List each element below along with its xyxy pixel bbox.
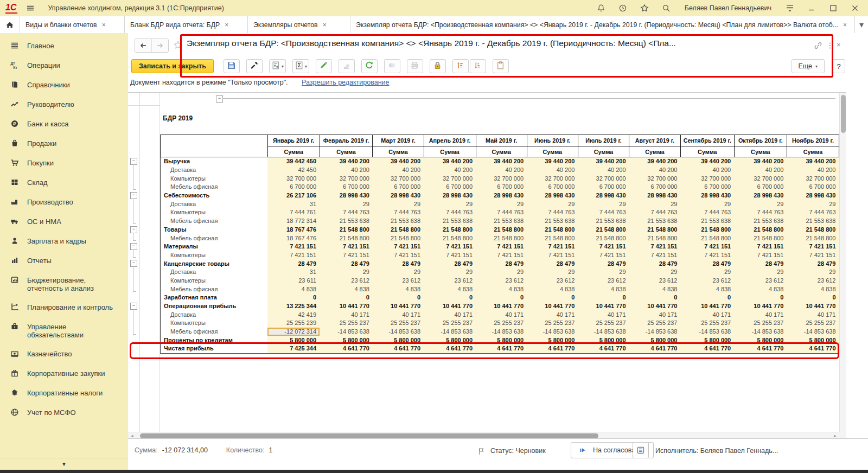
cell[interactable]: 29 [578, 268, 629, 277]
cell[interactable]: 0 [424, 293, 476, 302]
cell[interactable]: 25 255 237 [578, 319, 629, 328]
cell[interactable]: 25 255 237 [527, 319, 578, 328]
wrench-button[interactable] [246, 59, 263, 73]
cell[interactable]: 40 171 [787, 310, 839, 319]
cell[interactable]: 21 548 800 [629, 226, 681, 234]
cell[interactable]: 7 444 763 [629, 208, 681, 217]
cell[interactable]: 23 612 [787, 277, 839, 285]
sidebar-item-10[interactable]: ОС и НМА [0, 212, 128, 232]
cell[interactable]: 7 421 151 [734, 242, 787, 251]
row-group-collapse-box[interactable]: − [130, 243, 137, 250]
row-label[interactable]: Операционная прибыль [161, 302, 268, 311]
cell[interactable]: 42 450 [267, 166, 320, 175]
cell[interactable]: 4 838 [787, 285, 839, 293]
cell[interactable]: 23 611 [267, 277, 320, 285]
cell[interactable]: 29 [629, 200, 681, 208]
sidebar-item-3[interactable]: Справочники [0, 75, 128, 95]
sidebar-item-2[interactable]: ДтКтОперации [0, 56, 128, 75]
amount-subheader[interactable]: Сумма [424, 146, 476, 157]
cell[interactable]: 29 [787, 268, 839, 277]
cell[interactable]: -14 853 638 [527, 328, 578, 336]
cell[interactable]: 4 838 [320, 285, 373, 293]
sidebar-item-1[interactable]: Главное [0, 36, 128, 56]
cell[interactable]: 7 421 151 [476, 242, 527, 251]
cell[interactable]: 21 548 800 [680, 226, 734, 234]
cell[interactable]: 32 700 000 [629, 174, 681, 183]
cell[interactable]: 0 [476, 293, 527, 302]
cell[interactable]: 5 800 000 [629, 336, 681, 344]
cell[interactable]: 25 255 237 [320, 319, 373, 328]
cell[interactable]: 0 [527, 293, 578, 302]
cell[interactable]: 42 419 [267, 310, 320, 319]
cell[interactable]: 21 548 800 [476, 234, 527, 242]
sidebar-item-9[interactable]: Производство [0, 193, 128, 212]
cell[interactable]: 21 553 638 [680, 217, 734, 226]
row-label[interactable]: Себестоимость [161, 191, 268, 200]
cell[interactable]: 5 800 000 [476, 336, 527, 344]
cell[interactable]: 21 548 800 [373, 226, 424, 234]
cell[interactable]: 40 171 [476, 310, 527, 319]
cell[interactable]: 23 612 [680, 277, 734, 285]
cell[interactable]: 7 421 151 [578, 251, 629, 260]
row-label[interactable]: Заработная плата [161, 293, 268, 302]
cell[interactable]: 6 700 000 [476, 183, 527, 191]
cell[interactable]: 28 479 [320, 259, 373, 268]
cell[interactable]: 32 700 000 [267, 174, 320, 183]
sidebar-item-12[interactable]: Отчеты [0, 251, 128, 271]
amount-subheader[interactable]: Сумма [734, 146, 787, 157]
cell[interactable]: 4 838 [578, 285, 629, 293]
month-header[interactable]: Июнь 2019 г. [527, 135, 578, 146]
row-label[interactable]: Мебель офисная [161, 328, 268, 336]
cell[interactable]: 28 998 430 [424, 191, 476, 200]
cell[interactable]: 4 641 770 [527, 344, 578, 353]
cell[interactable]: 7 421 151 [680, 251, 734, 260]
cell[interactable]: 4 641 770 [373, 344, 424, 353]
month-header[interactable]: Январь 2019 г. [267, 135, 320, 146]
cell[interactable]: 40 200 [476, 166, 527, 175]
cell[interactable]: 10 441 770 [629, 302, 681, 311]
cell[interactable]: 21 553 638 [320, 217, 373, 226]
cell[interactable]: 10 441 770 [680, 302, 734, 311]
cell[interactable]: 21 548 800 [787, 226, 839, 234]
clipboard-button[interactable] [493, 59, 509, 73]
cell[interactable]: 29 [680, 200, 734, 208]
tab-overflow-arrow-icon[interactable]: ▾ [855, 16, 868, 33]
cell[interactable]: 21 548 800 [373, 234, 424, 242]
amount-subheader[interactable]: Сумма [578, 146, 629, 157]
cell[interactable]: 7 444 763 [320, 208, 373, 217]
cell[interactable]: 21 553 638 [424, 217, 476, 226]
row-group-collapse-box[interactable]: − [130, 303, 137, 310]
cell[interactable]: 31 [267, 200, 320, 208]
cell[interactable]: 28 479 [680, 259, 734, 268]
maximize-icon[interactable] [828, 3, 839, 14]
cell[interactable]: 21 553 638 [578, 217, 629, 226]
tab-2[interactable]: Бланк БДР вида отчета: БДР× [125, 16, 248, 33]
cell[interactable]: 40 171 [424, 310, 476, 319]
tasks-button[interactable] [633, 442, 649, 458]
cell[interactable]: 32 700 000 [734, 174, 787, 183]
cell[interactable]: 32 700 000 [680, 174, 734, 183]
cell[interactable]: 4 838 [424, 285, 476, 293]
row-group-collapse-box[interactable]: − [130, 192, 137, 199]
cell[interactable]: 25 255 237 [734, 319, 787, 328]
print-button[interactable] [407, 59, 423, 73]
enable-editing-link[interactable]: Разрешить редактирование [302, 79, 389, 86]
cell[interactable]: 28 479 [424, 259, 476, 268]
sort-asc-button[interactable] [452, 59, 469, 73]
cell[interactable]: 40 200 [424, 166, 476, 175]
cell[interactable]: 7 421 151 [787, 251, 839, 260]
main-menu-hamburger-icon[interactable] [25, 3, 36, 14]
cell[interactable]: 40 171 [373, 310, 424, 319]
cell[interactable]: 25 255 237 [476, 319, 527, 328]
cell[interactable]: 6 700 000 [787, 183, 839, 191]
cell[interactable]: 28 998 430 [578, 191, 629, 200]
cell[interactable]: 7 421 151 [320, 251, 373, 260]
cell[interactable]: 4 641 770 [787, 344, 839, 353]
cell[interactable]: 0 [680, 293, 734, 302]
cell[interactable]: 28 479 [787, 259, 839, 268]
amount-subheader[interactable]: Сумма [320, 146, 373, 157]
cell[interactable]: 7 444 763 [787, 208, 839, 217]
cell[interactable]: 25 255 237 [680, 319, 734, 328]
cell[interactable]: 10 441 770 [320, 302, 373, 311]
cell[interactable]: 29 [734, 268, 787, 277]
